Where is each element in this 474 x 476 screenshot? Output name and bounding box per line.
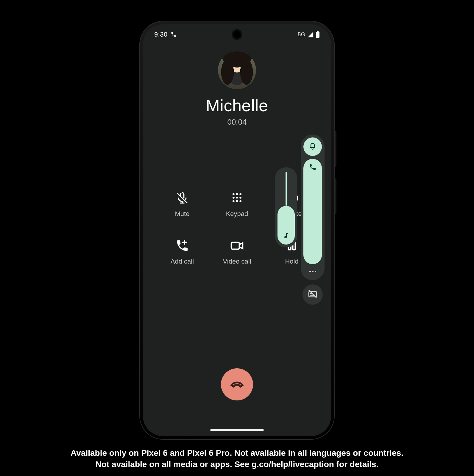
add-call-label: Add call: [171, 258, 194, 265]
volume-more-button[interactable]: [303, 267, 322, 275]
video-icon: [230, 239, 244, 253]
svg-point-4: [239, 193, 241, 195]
svg-rect-0: [316, 32, 319, 38]
hold-label: Hold: [285, 258, 298, 265]
battery-icon: [316, 31, 320, 38]
footnote: Available only on Pixel 6 and Pixel 6 Pr…: [71, 447, 403, 470]
bell-icon: [308, 142, 317, 151]
phone-screen: 9:30 5G Michelle 00:04: [143, 24, 331, 436]
svg-point-7: [239, 197, 241, 199]
mute-button[interactable]: Mute: [155, 191, 210, 218]
video-call-button[interactable]: Video call: [210, 239, 264, 265]
media-slider-track: [286, 172, 287, 206]
footnote-line-2: Not available on all media or apps. See …: [71, 459, 403, 470]
mute-label: Mute: [175, 210, 190, 218]
svg-point-5: [233, 197, 235, 199]
contact-name: Michelle: [206, 96, 268, 115]
contact-header: Michelle 00:04: [143, 51, 331, 127]
nav-handle[interactable]: [210, 429, 264, 431]
video-call-label: Video call: [223, 258, 251, 265]
status-time: 9:30: [154, 31, 168, 38]
footnote-line-1: Available only on Pixel 6 and Pixel 6 Pr…: [71, 447, 403, 459]
contact-avatar[interactable]: [218, 51, 256, 89]
phone-hangup-icon: [229, 375, 245, 393]
add-call-icon: [175, 239, 189, 253]
signal-icon: [307, 31, 314, 38]
mic-off-icon: [175, 191, 189, 205]
add-call-button[interactable]: Add call: [155, 239, 210, 265]
call-duration: 00:04: [227, 118, 247, 127]
call-volume-track[interactable]: [303, 159, 322, 264]
live-caption-toggle[interactable]: [303, 284, 323, 305]
svg-point-3: [236, 193, 238, 195]
keypad-icon: [230, 191, 244, 205]
svg-point-2: [233, 193, 235, 195]
caption-off-icon: [308, 289, 318, 300]
phone-call-icon: [171, 32, 177, 37]
volume-panel[interactable]: [301, 134, 325, 280]
svg-point-9: [236, 200, 238, 202]
media-slider-thumb[interactable]: [277, 206, 295, 245]
svg-point-6: [236, 197, 238, 199]
status-bar: 9:30 5G: [143, 30, 331, 39]
svg-point-10: [239, 200, 241, 202]
music-note-icon: [283, 232, 290, 240]
ring-mode-button[interactable]: [303, 137, 322, 156]
svg-rect-11: [231, 242, 239, 249]
keypad-button[interactable]: Keypad: [210, 191, 264, 218]
hang-up-button[interactable]: [221, 368, 253, 400]
network-label: 5G: [298, 31, 305, 38]
media-volume-slider[interactable]: [275, 167, 297, 248]
svg-point-8: [233, 200, 235, 202]
phone-frame: 9:30 5G Michelle 00:04: [139, 21, 335, 440]
svg-rect-1: [317, 31, 319, 32]
keypad-label: Keypad: [226, 210, 248, 218]
phone-small-icon: [309, 163, 316, 172]
